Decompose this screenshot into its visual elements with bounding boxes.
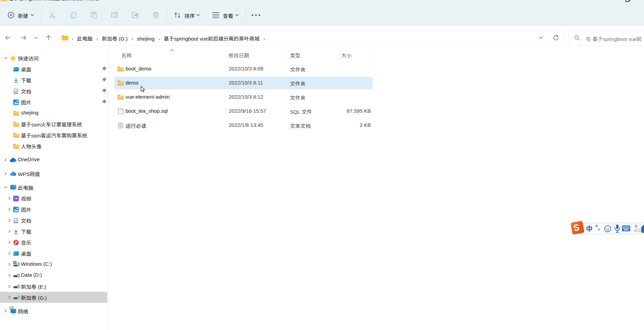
- svg-text:21: 21: [637, 229, 640, 232]
